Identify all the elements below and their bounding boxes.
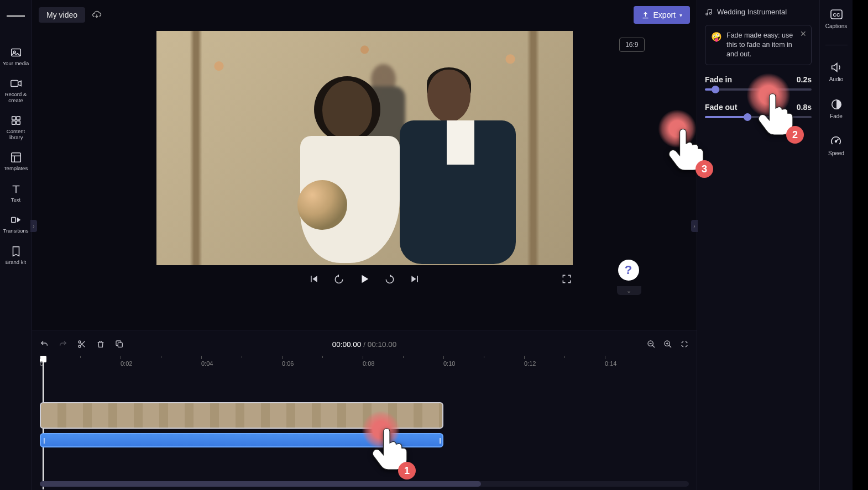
project-title[interactable]: My video [39,7,85,23]
collapse-preview-button[interactable]: ⌄ [617,286,641,295]
fade-out-label: Fade out [705,103,737,112]
svg-rect-8 [11,217,15,222]
svg-rect-5 [12,121,15,124]
hamburger-menu[interactable] [7,7,25,25]
transitions-icon [10,214,22,226]
svg-rect-7 [11,153,20,162]
sidebar-item-label: Content library [2,129,30,140]
collapse-inspector-button[interactable]: › [691,220,698,232]
audio-clip[interactable]: || || [40,433,443,447]
fade-icon [830,98,843,111]
brandkit-icon [10,245,22,257]
speed-icon [829,135,843,148]
zoom-out-button[interactable] [647,340,656,349]
fade-in-value: 0.2s [797,75,812,84]
timeline-ruler[interactable]: 0 0:02 0:04 0:06 0:08 0:10 0:12 0:14 [40,356,689,369]
sidebar-item-content-library[interactable]: Content library [2,109,30,146]
split-button[interactable] [77,340,86,349]
sidebar-item-label: Your media [3,61,29,66]
sidebar-item-label: Transitions [3,228,28,234]
svg-point-19 [835,141,837,143]
delete-button[interactable] [96,340,105,349]
media-icon [10,46,22,59]
sidebar-item-record-create[interactable]: Record & create [2,72,30,109]
fade-in-label: Fade in [705,75,732,84]
rail-item-audio[interactable]: Audio [829,61,844,82]
video-preview[interactable] [156,31,573,265]
sidebar-item-label: Templates [4,166,28,171]
audio-icon [829,61,843,74]
help-button[interactable]: ? [618,260,639,281]
svg-rect-11 [118,343,122,347]
timeline-scrollbar[interactable] [40,481,689,487]
svg-point-10 [79,345,81,347]
fullscreen-button[interactable] [561,273,573,285]
sidebar-item-label: Text [11,197,20,203]
rewind-5s-button[interactable] [333,273,345,285]
svg-rect-3 [12,117,15,120]
record-icon [10,77,22,89]
upload-icon [641,11,650,19]
rail-item-captions[interactable]: CC Captions [825,8,847,29]
duration: 00:10.00 [368,340,397,349]
duplicate-button[interactable] [115,340,124,349]
fade-out-slider[interactable] [705,116,812,118]
zoom-in-button[interactable] [663,340,672,349]
video-clip[interactable] [40,402,443,429]
svg-point-14 [706,13,708,15]
sidebar-item-templates[interactable]: Templates [2,146,30,177]
play-button[interactable] [358,273,370,285]
svg-text:CC: CC [833,12,840,18]
undo-button[interactable] [40,340,49,349]
sidebar-item-your-media[interactable]: Your media [2,41,30,72]
current-time: 00:00.00 [332,340,362,349]
sidebar-item-brand-kit[interactable]: Brand kit [2,240,30,271]
fade-in-slider[interactable] [705,88,812,91]
redo-button[interactable] [59,340,67,349]
zoom-fit-button[interactable] [680,340,689,349]
skip-back-button[interactable] [307,273,320,285]
skip-forward-button[interactable] [409,273,421,285]
clip-handle-right[interactable]: || [439,437,440,444]
groom-figure [394,70,521,265]
timeline-timecode: 00:00.00 / 00:10.00 [332,340,396,349]
templates-icon [10,151,22,164]
party-emoji-icon: 🤪 [711,31,722,59]
forward-5s-button[interactable] [384,273,396,285]
rail-item-fade[interactable]: Fade [830,98,843,119]
library-icon [10,114,22,127]
captions-icon: CC [830,8,843,21]
fade-in-thumb[interactable] [712,86,719,93]
svg-point-9 [79,341,81,343]
export-button[interactable]: Export ▾ [634,6,690,24]
sidebar-item-label: Record & create [2,92,30,103]
sidebar-item-label: Brand kit [6,260,27,265]
clip-handle-left[interactable]: || [43,437,44,444]
tip-card: 🤪 Fade made easy: use this to fade an it… [705,25,812,65]
rail-item-speed[interactable]: Speed [828,135,844,156]
fade-out-value: 0.8s [797,103,812,112]
tip-text: Fade made easy: use this to fade an item… [726,31,796,59]
fade-out-thumb[interactable] [744,113,751,121]
chevron-down-icon: ▾ [679,12,682,18]
export-label: Export [653,10,676,19]
sidebar-item-transitions[interactable]: Transitions [2,208,30,239]
selected-track-title: Wedding Instrumental [717,8,787,16]
close-tip-button[interactable]: ✕ [800,29,807,39]
text-icon [10,183,22,195]
svg-rect-2 [11,81,18,87]
svg-rect-6 [16,121,19,124]
bride-figure [306,81,400,257]
svg-point-15 [709,12,712,14]
sidebar-item-text[interactable]: Text [2,177,30,208]
aspect-ratio-button[interactable]: 16:9 [619,38,644,52]
svg-rect-4 [16,117,19,120]
music-note-icon [705,8,713,16]
cloud-save-icon [92,10,102,20]
